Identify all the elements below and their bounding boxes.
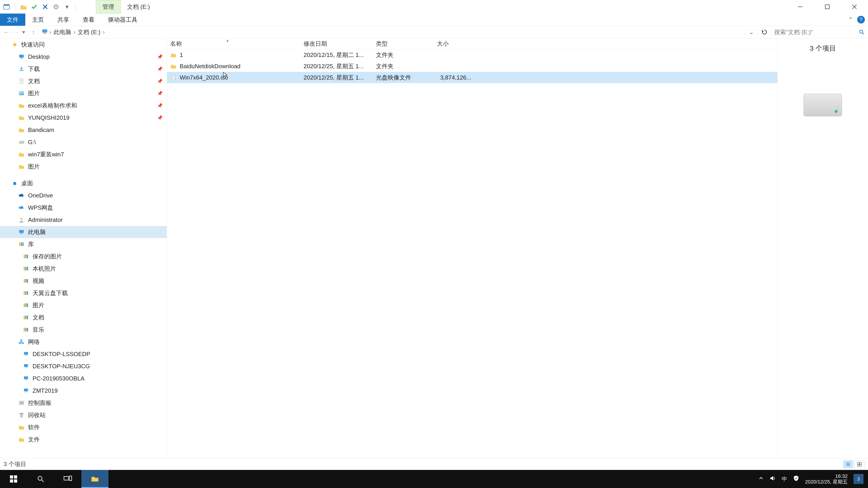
taskbar-search-button[interactable] xyxy=(27,470,54,488)
file-row[interactable]: BaiduNetdiskDownload 2020/12/25, 星期五 1..… xyxy=(167,61,777,72)
svg-rect-37 xyxy=(27,291,28,295)
nav-desktop-item[interactable]: WPS网盘 xyxy=(0,201,167,214)
svg-rect-49 xyxy=(24,364,28,367)
nav-network-item[interactable]: DESKTOP-NJEU3CG xyxy=(0,360,167,372)
nav-quick-item[interactable]: 文档📌 xyxy=(0,75,167,87)
nav-quick-item[interactable]: 下载📌 xyxy=(0,63,167,75)
nav-quick-item[interactable]: G:\ xyxy=(0,136,167,148)
chevron-right-icon[interactable]: › xyxy=(49,29,51,36)
nav-network-item[interactable]: DESKTOP-LSSOEDP xyxy=(0,348,167,360)
pin-icon: 📌 xyxy=(157,91,163,96)
breadcrumb-drive[interactable]: 文档 (E:) xyxy=(76,28,101,36)
file-row[interactable]: 1 2020/12/15, 星期二 1... 文件夹 xyxy=(167,49,777,61)
nav-back-button[interactable]: ← xyxy=(0,29,13,36)
chevron-right-icon[interactable]: › xyxy=(103,29,105,36)
nav-library-item[interactable]: 图片 xyxy=(0,299,167,311)
column-size[interactable]: 大小 xyxy=(434,40,474,48)
nav-network-root[interactable]: 🖧 网络 xyxy=(0,336,167,348)
nav-quick-item[interactable]: 图片 xyxy=(0,160,167,173)
nav-quick-access[interactable]: ★ 快速访问 xyxy=(0,38,167,51)
nav-quick-item[interactable]: excel表格制作求和📌 xyxy=(0,99,167,111)
chevron-right-icon[interactable]: › xyxy=(73,29,75,36)
volume-icon[interactable] xyxy=(770,475,776,483)
column-type[interactable]: 类型 xyxy=(373,40,434,48)
svg-rect-58 xyxy=(20,413,23,414)
security-icon[interactable] xyxy=(793,475,799,483)
nav-recent-dropdown[interactable]: ▾ xyxy=(20,29,27,36)
column-name[interactable]: 名称 xyxy=(167,40,301,48)
qat-close-icon[interactable] xyxy=(41,3,49,11)
nav-tail-item[interactable]: 控制面板 xyxy=(0,397,167,409)
ribbon-tab-drive-tools[interactable]: 驱动器工具 xyxy=(101,13,144,26)
details-view-button[interactable] xyxy=(843,460,853,468)
search-box[interactable] xyxy=(771,29,868,36)
taskbar-clock[interactable]: 16:32 2020/12/25, 星期五 xyxy=(805,473,848,485)
svg-rect-75 xyxy=(69,476,72,481)
nav-label: 网络 xyxy=(28,338,40,346)
ribbon-tab-file[interactable]: 文件 xyxy=(0,13,25,26)
nav-library-item[interactable]: 文档 xyxy=(0,311,167,324)
navigation-pane[interactable]: ★ 快速访问 Desktop📌 下载📌 文档📌 图片📌 excel表格制作求和📌… xyxy=(0,38,167,458)
action-center-button[interactable]: 3 xyxy=(854,474,864,484)
ribbon-tab-view[interactable]: 查看 xyxy=(76,13,101,26)
nav-label: G:\ xyxy=(28,139,36,146)
qat-check-icon[interactable] xyxy=(31,3,38,11)
search-icon[interactable] xyxy=(855,29,868,35)
ime-indicator[interactable]: 中 xyxy=(782,475,787,483)
ribbon-context-tab[interactable]: 管理 xyxy=(96,0,121,13)
address-bar[interactable]: › 此电脑 › 文档 (E:) › xyxy=(40,26,745,38)
nav-quick-item[interactable]: win7重装win7 xyxy=(0,148,167,160)
nav-library-item[interactable]: 音乐 xyxy=(0,324,167,336)
nav-tail-item[interactable]: 文件 xyxy=(0,433,167,446)
file-row[interactable]: Win7x64_2020.iso 2020/12/25, 星期五 1... 光盘… xyxy=(167,72,777,83)
svg-point-56 xyxy=(20,402,22,403)
ribbon-collapse-icon[interactable]: ⌃ xyxy=(848,16,853,23)
nav-desktop-item[interactable]: Administrator xyxy=(0,214,167,226)
nav-tail-item[interactable]: 软件 xyxy=(0,421,167,433)
nav-desktop-item[interactable]: OneDrive xyxy=(0,189,167,201)
column-date[interactable]: 修改日期 xyxy=(301,40,373,48)
nav-library-item[interactable]: 视频 xyxy=(0,275,167,287)
close-button[interactable] xyxy=(841,0,868,13)
nav-network-item[interactable]: PC-20190530OBLA xyxy=(0,372,167,385)
taskbar-explorer-button[interactable] xyxy=(81,470,108,488)
nav-network-item[interactable]: ZMT2019 xyxy=(0,385,167,397)
nav-quick-item[interactable]: YUNQISHI2019📌 xyxy=(0,111,167,124)
svg-rect-36 xyxy=(25,291,26,295)
nav-library-item[interactable]: 保存的图片 xyxy=(0,250,167,263)
nav-forward-button[interactable]: → xyxy=(13,29,20,36)
refresh-button[interactable] xyxy=(758,29,771,35)
ribbon-tab-home[interactable]: 主页 xyxy=(25,13,51,26)
svg-rect-23 xyxy=(19,242,20,246)
nav-up-button[interactable]: ↑ xyxy=(27,29,40,36)
tray-overflow-icon[interactable] xyxy=(758,476,764,482)
nav-library-item[interactable]: 天翼云盘下载 xyxy=(0,287,167,299)
file-name: 1 xyxy=(180,52,183,59)
nav-library-item[interactable]: 本机照片 xyxy=(0,263,167,275)
nav-desktop-item[interactable]: 此电脑 xyxy=(0,226,167,238)
thumbnails-view-button[interactable] xyxy=(855,460,864,468)
pin-icon: 📌 xyxy=(157,54,163,59)
nav-desktop-item[interactable]: 库 xyxy=(0,238,167,250)
ribbon-tab-share[interactable]: 共享 xyxy=(51,13,76,26)
start-button[interactable] xyxy=(0,470,27,488)
help-icon[interactable]: ? xyxy=(857,16,865,24)
cp-icon xyxy=(18,400,25,406)
nav-tail-item[interactable]: 回收站 xyxy=(0,409,167,421)
svg-rect-66 xyxy=(857,464,859,466)
maximize-button[interactable] xyxy=(814,0,841,13)
qat-dropdown-icon[interactable]: ▾ xyxy=(63,3,71,11)
breadcrumb-this-pc[interactable]: 此电脑 xyxy=(53,28,72,36)
task-view-button[interactable] xyxy=(54,470,81,488)
search-input[interactable] xyxy=(771,29,855,36)
nav-desktop-root[interactable]: ■ 桌面 xyxy=(0,177,167,189)
nav-quick-item[interactable]: 图片📌 xyxy=(0,87,167,99)
minimize-button[interactable] xyxy=(786,0,814,13)
qat-settings-icon[interactable] xyxy=(52,3,60,11)
qat-new-folder-icon[interactable] xyxy=(20,3,27,11)
file-type: 文件夹 xyxy=(373,51,434,59)
svg-line-73 xyxy=(41,480,43,482)
address-dropdown-icon[interactable]: ⌄ xyxy=(745,29,758,36)
nav-quick-item[interactable]: Desktop📌 xyxy=(0,51,167,63)
nav-quick-item[interactable]: Bandicam xyxy=(0,124,167,136)
